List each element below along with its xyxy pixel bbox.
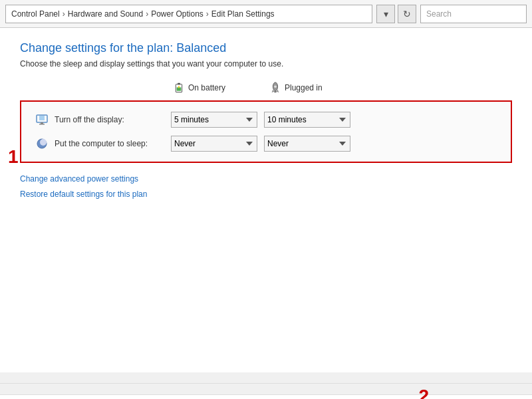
breadcrumb-hardware-sound[interactable]: Hardware and Sound (68, 9, 143, 19)
svg-point-7 (274, 85, 277, 88)
restore-defaults-link[interactable]: Restore default settings for this plan (20, 190, 147, 199)
battery-icon (173, 82, 185, 93)
page-title: Change settings for the plan: Balanced (20, 41, 512, 55)
moon-icon (37, 138, 47, 149)
sleep-setting-row: Put the computer to sleep: Never 1 minut… (35, 136, 497, 152)
breadcrumb-sep-1: › (63, 9, 65, 19)
plugged-icon (269, 82, 281, 94)
dropdown-btn[interactable]: ▾ (376, 5, 395, 23)
breadcrumb-control-panel[interactable]: Control Panel (11, 9, 60, 19)
battery-column-header: On battery (173, 82, 263, 93)
footer-divider (0, 383, 532, 384)
address-buttons: ▾ ↻ (376, 5, 416, 23)
breadcrumb-power-options[interactable]: Power Options (151, 9, 203, 19)
search-box[interactable]: Search (420, 5, 527, 23)
advanced-link-section: Change advanced power settings (20, 174, 512, 184)
page-subtitle: Choose the sleep and display settings th… (20, 59, 512, 68)
breadcrumb-sep-3: › (206, 9, 209, 19)
battery-label: On battery (188, 83, 225, 92)
plugged-label: Plugged in (285, 83, 323, 92)
restore-link-section: Restore default settings for this plan (20, 189, 512, 199)
svg-rect-2 (178, 83, 180, 85)
svg-rect-11 (41, 122, 43, 124)
annotation-number-1: 1 (8, 146, 19, 168)
display-dropdowns: 5 minutes 1 minute 2 minutes 3 minutes 1… (171, 112, 350, 128)
display-setting-row: Turn off the display: 5 minutes 1 minute… (35, 112, 497, 128)
breadcrumb-edit-plan: Edit Plan Settings (211, 9, 275, 19)
sleep-label: Put the computer to sleep: (55, 139, 171, 148)
main-content: Change settings for the plan: Balanced C… (0, 28, 532, 372)
svg-rect-8 (274, 91, 277, 93)
display-icon (35, 112, 49, 127)
refresh-btn[interactable]: ↻ (398, 5, 416, 23)
display-plugged-select[interactable]: 10 minutes 1 minute 2 minutes 3 minutes … (264, 112, 350, 128)
footer-buttons: Save changes Cancel (0, 394, 532, 399)
breadcrumb-sep-2: › (146, 9, 148, 19)
display-label: Turn off the display: (55, 115, 171, 124)
monitor-icon (36, 114, 48, 125)
sleep-battery-select[interactable]: Never 1 minute 2 minutes 3 minutes 5 min… (171, 136, 257, 152)
svg-point-14 (40, 139, 47, 146)
plugged-column-header: Plugged in (269, 82, 359, 94)
column-headers: On battery Plugged in (173, 82, 512, 94)
display-battery-select[interactable]: 5 minutes 1 minute 2 minutes 3 minutes 1… (171, 112, 257, 128)
svg-rect-10 (39, 116, 45, 120)
sleep-icon (35, 136, 49, 151)
advanced-power-settings-link[interactable]: Change advanced power settings (20, 174, 138, 184)
address-bar: Control Panel › Hardware and Sound › Pow… (0, 0, 532, 28)
sleep-plugged-select[interactable]: Never 1 minute 2 minutes 3 minutes 5 min… (264, 136, 350, 152)
breadcrumb[interactable]: Control Panel › Hardware and Sound › Pow… (5, 5, 372, 23)
svg-rect-12 (39, 124, 45, 125)
annotation-number-2: 2 (418, 386, 429, 399)
settings-box: Turn off the display: 5 minutes 1 minute… (20, 100, 512, 163)
sleep-dropdowns: Never 1 minute 2 minutes 3 minutes 5 min… (171, 136, 350, 152)
search-placeholder: Search (426, 9, 452, 19)
